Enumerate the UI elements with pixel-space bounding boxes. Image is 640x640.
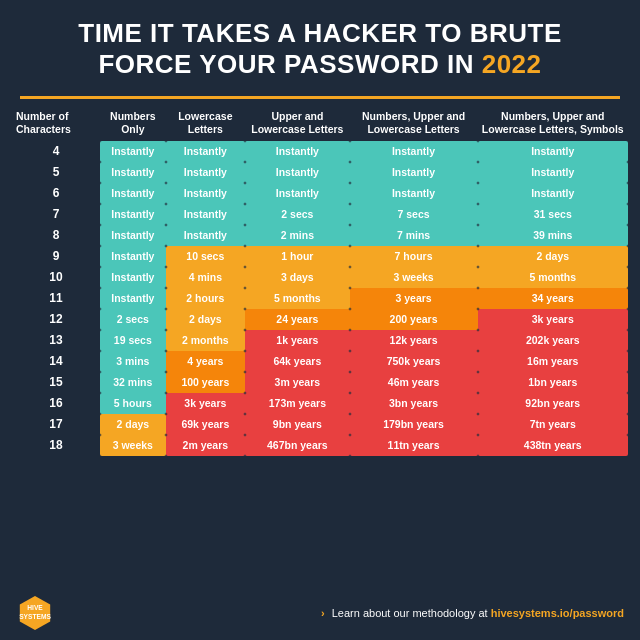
data-table: Number of Characters Numbers Only Lowerc… (12, 105, 628, 455)
cell-value: Instantly (478, 162, 629, 183)
cell-value: 3 days (245, 267, 350, 288)
cell-value: 3k years (478, 309, 629, 330)
cell-value: 7tn years (478, 414, 629, 435)
table-row: 10Instantly4 mins3 days3 weeks5 months (12, 267, 628, 288)
table-row: 1532 mins100 years3m years46m years1bn y… (12, 372, 628, 393)
cell-value: Instantly (350, 183, 478, 204)
cell-value: 750k years (350, 351, 478, 372)
cell-value: Instantly (100, 288, 165, 309)
table-row: 8InstantlyInstantly2 mins7 mins39 mins (12, 225, 628, 246)
cell-chars: 9 (12, 246, 100, 267)
cell-value: Instantly (478, 183, 629, 204)
footer-logo: HIVE SYSTEMS (16, 594, 54, 632)
cell-value: 46m years (350, 372, 478, 393)
cell-value: 5 months (478, 267, 629, 288)
cell-value: 5 hours (100, 393, 165, 414)
cell-value: 12k years (350, 330, 478, 351)
col-header-numbers: Numbers Only (100, 105, 165, 140)
cell-value: 5 months (245, 288, 350, 309)
cell-value: 200 years (350, 309, 478, 330)
cell-chars: 5 (12, 162, 100, 183)
cell-chars: 8 (12, 225, 100, 246)
table-row: 172 days69k years9bn years179bn years7tn… (12, 414, 628, 435)
col-header-upper-lower: Upper and Lowercase Letters (245, 105, 350, 140)
svg-text:SYSTEMS: SYSTEMS (19, 613, 51, 620)
table-row: 11Instantly2 hours5 months3 years34 year… (12, 288, 628, 309)
cell-value: 10 secs (166, 246, 246, 267)
cell-value: 2 hours (166, 288, 246, 309)
cell-value: Instantly (100, 267, 165, 288)
cell-value: Instantly (100, 204, 165, 225)
col-header-num-upper-lower: Numbers, Upper and Lowercase Letters (350, 105, 478, 140)
title-divider (20, 96, 620, 99)
cell-value: 64k years (245, 351, 350, 372)
main-title: TIME IT TAKES A HACKER TO BRUTE FORCE YO… (20, 18, 620, 80)
cell-chars: 7 (12, 204, 100, 225)
table-row: 143 mins4 years64k years750k years16m ye… (12, 351, 628, 372)
cell-value: 7 mins (350, 225, 478, 246)
footer: HIVE SYSTEMS › Learn about our methodolo… (0, 586, 640, 640)
col-header-lowercase: Lowercase Letters (166, 105, 246, 140)
cell-chars: 14 (12, 351, 100, 372)
table-row: 7InstantlyInstantly2 secs7 secs31 secs (12, 204, 628, 225)
table-header-row: Number of Characters Numbers Only Lowerc… (12, 105, 628, 140)
table-row: 9Instantly10 secs1 hour7 hours2 days (12, 246, 628, 267)
cell-value: 2 mins (245, 225, 350, 246)
cell-chars: 13 (12, 330, 100, 351)
cell-value: Instantly (100, 162, 165, 183)
cell-value: 202k years (478, 330, 629, 351)
cell-value: 2 secs (100, 309, 165, 330)
cell-value: Instantly (478, 141, 629, 162)
cell-value: 3 weeks (100, 435, 165, 456)
cell-chars: 4 (12, 141, 100, 162)
cell-value: 16m years (478, 351, 629, 372)
cell-chars: 11 (12, 288, 100, 309)
cell-value: 92bn years (478, 393, 629, 414)
cell-value: Instantly (166, 183, 246, 204)
table-wrapper: Number of Characters Numbers Only Lowerc… (0, 105, 640, 586)
cell-value: 2 secs (245, 204, 350, 225)
cell-value: 3 mins (100, 351, 165, 372)
cell-value: 2m years (166, 435, 246, 456)
table-row: 122 secs2 days24 years200 years3k years (12, 309, 628, 330)
cell-value: 3m years (245, 372, 350, 393)
table-row: 6InstantlyInstantlyInstantlyInstantlyIns… (12, 183, 628, 204)
cell-value: Instantly (166, 162, 246, 183)
cell-value: Instantly (245, 183, 350, 204)
cell-chars: 10 (12, 267, 100, 288)
footer-url[interactable]: hivesystems.io/password (491, 607, 624, 619)
cell-value: 19 secs (100, 330, 165, 351)
cell-value: 2 days (166, 309, 246, 330)
cell-value: 3bn years (350, 393, 478, 414)
cell-value: Instantly (245, 141, 350, 162)
cell-value: 11tn years (350, 435, 478, 456)
cell-value: Instantly (100, 141, 165, 162)
table-body: 4InstantlyInstantlyInstantlyInstantlyIns… (12, 141, 628, 456)
col-header-chars: Number of Characters (12, 105, 100, 140)
main-container: TIME IT TAKES A HACKER TO BRUTE FORCE YO… (0, 0, 640, 640)
cell-value: 1k years (245, 330, 350, 351)
table-row: 5InstantlyInstantlyInstantlyInstantlyIns… (12, 162, 628, 183)
table-row: 4InstantlyInstantlyInstantlyInstantlyIns… (12, 141, 628, 162)
cell-value: 24 years (245, 309, 350, 330)
cell-chars: 6 (12, 183, 100, 204)
cell-value: 3k years (166, 393, 246, 414)
cell-chars: 17 (12, 414, 100, 435)
cell-value: 34 years (478, 288, 629, 309)
cell-value: Instantly (100, 225, 165, 246)
cell-value: 32 mins (100, 372, 165, 393)
cell-value: 7 hours (350, 246, 478, 267)
cell-value: Instantly (166, 204, 246, 225)
cell-chars: 16 (12, 393, 100, 414)
cell-value: 69k years (166, 414, 246, 435)
header: TIME IT TAKES A HACKER TO BRUTE FORCE YO… (0, 0, 640, 90)
cell-value: Instantly (166, 225, 246, 246)
cell-value: 4 mins (166, 267, 246, 288)
cell-value: 4 years (166, 351, 246, 372)
cell-value: Instantly (350, 141, 478, 162)
cell-value: Instantly (100, 246, 165, 267)
cell-value: Instantly (166, 141, 246, 162)
cell-value: 3 years (350, 288, 478, 309)
cell-value: 438tn years (478, 435, 629, 456)
cell-value: 179bn years (350, 414, 478, 435)
